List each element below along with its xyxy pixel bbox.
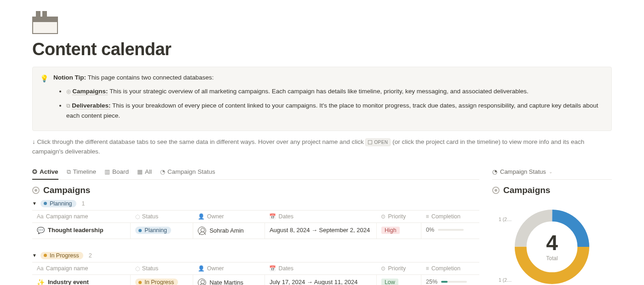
column-header-priority[interactable]: ⊙Priority [376,210,421,222]
status-header-icon: ◌ [135,265,140,272]
column-header-owner[interactable]: 👤Owner [193,210,265,222]
group-count: 1 [82,200,85,207]
open-chip: OPEN [365,138,391,146]
column-header-name[interactable]: AaCampaign name [32,262,131,274]
donut-label: 1 (2… [499,217,512,222]
owner-name: Nate Martins [209,279,243,285]
group-count: 2 [89,252,92,259]
completion-value: 25% [426,279,437,285]
owner-name: Sohrab Amin [209,227,243,234]
completion-bar [438,229,464,231]
board-icon: ▥ [104,168,110,175]
chevron-down-icon: ⌄ [549,169,552,174]
layers-icon: ⧉ [66,103,72,109]
page-icon[interactable] [32,11,612,34]
name-header-icon: Aa [37,213,44,220]
subtext: ↓ Click through the different database t… [32,137,612,156]
tip-item-label: Deliverables: [72,102,110,109]
timeline-icon: ⧉ [67,168,71,176]
lightbulb-icon: 💡 [40,73,49,125]
target-icon [492,187,500,194]
tab-all[interactable]: ▦All [137,166,152,179]
side-database-heading[interactable]: Campaigns [492,185,612,195]
tip-item-text: This is your strategic overview of all m… [109,88,529,95]
clock-icon: ◔ [492,168,497,175]
all-icon: ▦ [137,168,143,175]
page-title[interactable]: Content calendar [32,40,612,59]
donut-total-value: 4 [546,232,558,253]
donut-chart[interactable]: 4 Total 1 (2… 1 (2… [511,205,593,285]
database-heading[interactable]: Campaigns [32,185,479,195]
tab-label: Active [40,168,58,175]
tab-board[interactable]: ▥Board [104,166,129,179]
donut-label: 1 (2… [499,277,512,283]
database-tabs: ✪Active⧉Timeline▥Board▦All◔Campaign Stat… [32,166,479,180]
column-header-priority[interactable]: ⊙Priority [376,262,421,274]
donut-total-label: Total [546,255,558,262]
tab-label: Board [112,168,129,175]
tab-timeline[interactable]: ⧉Timeline [67,166,97,179]
table-row[interactable]: 💬Thought leadershipPlanningSohrab AminAu… [32,222,479,239]
row-name: Industry event [48,279,89,285]
table-row[interactable]: ✨Industry eventIn ProgressNate MartinsJu… [32,274,479,285]
target-icon: ◎ [66,88,72,95]
status-chip: Planning [40,200,76,207]
status-chip: In Progress [135,279,178,285]
column-header-owner[interactable]: 👤Owner [193,262,265,274]
column-header-completion[interactable]: ≡Completion [421,262,479,274]
triangle-down-icon: ▼ [32,253,37,258]
column-header-completion[interactable]: ≡Completion [421,210,479,222]
campaigns-table: AaCampaign name◌Status👤Owner📅Dates⊙Prior… [32,262,479,285]
avatar-icon [198,227,206,235]
tip-item-text: This is your breakdown of every piece of… [66,102,598,119]
tab-campaign-status[interactable]: ◔Campaign Status [160,166,215,179]
owner-header-icon: 👤 [198,213,205,220]
tip-prefix: Notion Tip: [53,74,86,81]
tab-label: All [145,168,152,175]
row-emoji-icon: ✨ [37,279,45,285]
status-header-icon: ◌ [135,213,140,220]
priority-header-icon: ⊙ [381,213,385,220]
tab-label: Timeline [73,168,97,175]
tip-item-label: Campaigns: [72,88,108,95]
column-header-status[interactable]: ◌Status [131,210,193,222]
tab-label: Campaign Status [167,168,215,175]
group-header-progress[interactable]: ▼In Progress2 [32,252,479,259]
completion-header-icon: ≡ [426,265,429,272]
row-emoji-icon: 💬 [37,227,45,234]
priority-chip: High [381,227,400,234]
priority-header-icon: ⊙ [381,265,385,272]
dates-header-icon: 📅 [269,213,276,220]
priority-chip: Low [381,279,398,285]
target-icon [32,187,40,194]
completion-bar [441,281,467,283]
group-header-planning[interactable]: ▼Planning1 [32,200,479,207]
row-name: Thought leadership [48,227,104,234]
column-header-status[interactable]: ◌Status [131,262,193,274]
column-header-name[interactable]: AaCampaign name [32,210,131,222]
square-icon [368,140,372,144]
status-chip: Planning [135,227,171,234]
completion-header-icon: ≡ [426,213,429,220]
active-icon: ✪ [32,168,37,175]
completion-value: 0% [426,227,434,233]
tip-callout: 💡 Notion Tip: This page contains two con… [32,67,612,131]
campaigns-table: AaCampaign name◌Status👤Owner📅Dates⊙Prior… [32,210,479,239]
tip-intro: This page contains two connected databas… [88,74,214,81]
side-view-dropdown[interactable]: ◔ Campaign Status ⌄ [492,166,552,178]
campaign-status-icon: ◔ [160,168,165,175]
triangle-down-icon: ▼ [32,201,37,206]
dates-header-icon: 📅 [269,265,276,272]
column-header-dates[interactable]: 📅Dates [264,210,376,222]
column-header-dates[interactable]: 📅Dates [264,262,376,274]
status-chip: In Progress [40,252,83,259]
tab-active[interactable]: ✪Active [32,166,58,180]
name-header-icon: Aa [37,265,44,272]
dates-cell: July 17, 2024 → August 11, 2024 [264,274,376,285]
dates-cell: August 8, 2024 → September 2, 2024 [264,222,376,239]
avatar-icon [198,279,206,285]
owner-header-icon: 👤 [198,265,205,272]
